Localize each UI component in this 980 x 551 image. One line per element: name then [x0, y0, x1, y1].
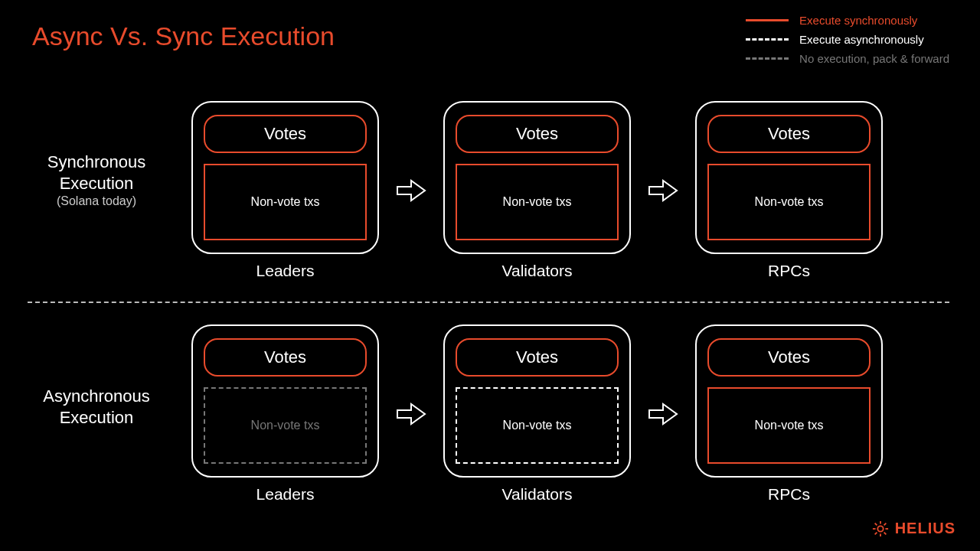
pill-nonvote: Non-vote txs	[204, 164, 367, 240]
node-leaders-sync: Votes Non-vote txs Leaders	[191, 101, 379, 280]
legend-line-none-icon	[746, 57, 789, 60]
node-label-rpcs: RPCs	[768, 485, 810, 504]
arrow-right-icon	[396, 403, 426, 425]
node-leaders-async: Votes Non-vote txs Leaders	[191, 324, 379, 504]
node-box: Votes Non-vote txs	[695, 101, 883, 254]
section-title-async: Asynchronous Execution	[28, 386, 165, 428]
legend-label-sync: Execute synchronously	[799, 14, 917, 27]
row-sync: Votes Non-vote txs Leaders Votes Non-vot…	[191, 101, 883, 280]
legend-label-async: Execute asynchronously	[799, 33, 924, 46]
brand-text: HELIUS	[895, 520, 956, 537]
svg-line-6	[884, 532, 886, 534]
node-label-leaders: Leaders	[256, 485, 315, 504]
node-box: Votes Non-vote txs	[443, 324, 631, 478]
legend-row-sync: Execute synchronously	[746, 14, 949, 27]
legend-line-sync-icon	[746, 19, 789, 21]
arrow-right-icon	[396, 179, 426, 202]
node-box: Votes Non-vote txs	[191, 101, 379, 254]
node-rpcs-async: Votes Non-vote txs RPCs	[695, 324, 883, 504]
node-label-rpcs: RPCs	[768, 262, 810, 280]
pill-votes: Votes	[204, 115, 367, 153]
arrow-right-icon	[648, 403, 678, 425]
slide-title: Async Vs. Sync Execution	[32, 21, 335, 51]
brand-logo: HELIUS	[872, 520, 956, 537]
pill-votes: Votes	[456, 115, 619, 153]
section-label-sync: Synchronous Execution (Solana today)	[28, 152, 165, 209]
node-box: Votes Non-vote txs	[695, 324, 883, 478]
svg-point-0	[877, 526, 883, 531]
arrow-right-icon	[648, 179, 678, 202]
pill-nonvote: Non-vote txs	[456, 164, 619, 240]
node-label-validators: Validators	[502, 262, 573, 280]
node-box: Votes Non-vote txs	[443, 101, 631, 254]
pill-votes: Votes	[456, 338, 619, 377]
pill-nonvote: Non-vote txs	[456, 387, 619, 464]
pill-votes: Votes	[707, 338, 871, 377]
pill-nonvote: Non-vote txs	[204, 387, 367, 464]
section-label-async: Asynchronous Execution	[28, 386, 165, 428]
node-rpcs-sync: Votes Non-vote txs RPCs	[695, 101, 883, 280]
pill-nonvote: Non-vote txs	[707, 387, 871, 464]
helius-sun-icon	[872, 520, 889, 537]
legend-row-async: Execute asynchronously	[746, 33, 949, 46]
node-label-leaders: Leaders	[256, 262, 315, 280]
node-validators-sync: Votes Non-vote txs Validators	[443, 101, 631, 280]
pill-nonvote: Non-vote txs	[707, 164, 871, 240]
node-box: Votes Non-vote txs	[191, 324, 379, 478]
legend-line-async-icon	[746, 38, 789, 41]
row-async: Votes Non-vote txs Leaders Votes Non-vot…	[191, 324, 883, 504]
section-subtitle-sync: (Solana today)	[28, 194, 165, 209]
pill-votes: Votes	[204, 338, 367, 377]
svg-line-7	[874, 532, 877, 534]
pill-votes: Votes	[707, 115, 871, 153]
node-label-validators: Validators	[502, 485, 573, 504]
svg-line-5	[874, 523, 877, 525]
legend: Execute synchronously Execute asynchrono…	[746, 14, 949, 71]
svg-line-8	[884, 523, 886, 525]
legend-label-none: No execution, pack & forward	[799, 52, 949, 65]
node-validators-async: Votes Non-vote txs Validators	[443, 324, 631, 504]
legend-row-none: No execution, pack & forward	[746, 52, 949, 65]
section-divider	[28, 302, 949, 303]
section-title-sync: Synchronous Execution	[28, 152, 165, 194]
